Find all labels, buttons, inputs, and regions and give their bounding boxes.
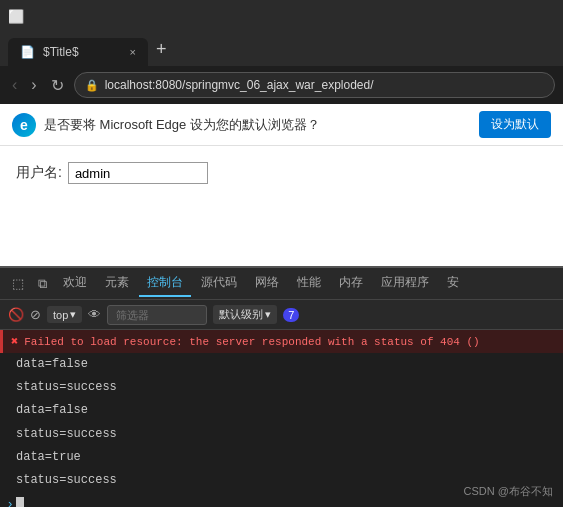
tab-sources[interactable]: 源代码 xyxy=(193,270,245,297)
tab-bar: 📄 $Title$ × + xyxy=(0,32,563,66)
console-line-2: status=success xyxy=(0,376,563,399)
tab-page-icon: 📄 xyxy=(20,45,35,59)
devtools-copy-icon[interactable]: ⧉ xyxy=(32,272,53,296)
set-default-button[interactable]: 设为默认 xyxy=(479,111,551,138)
filter-icon[interactable]: ⊘ xyxy=(30,307,41,322)
context-label: top xyxy=(53,309,68,321)
active-tab[interactable]: 📄 $Title$ × xyxy=(8,38,148,66)
devtools-toolbar: 🚫 ⊘ top ▾ 👁 默认级别 ▾ 7 xyxy=(0,300,563,330)
window-restore[interactable]: ⬜ xyxy=(8,8,24,24)
error-message: Failed to load resource: the server resp… xyxy=(24,336,479,348)
page-content: 用户名: xyxy=(0,146,563,266)
tab-welcome[interactable]: 欢迎 xyxy=(55,270,95,297)
edge-logo-icon: e xyxy=(12,113,36,137)
eye-icon[interactable]: 👁 xyxy=(88,307,101,322)
address-bar[interactable]: 🔒 localhost:8080/springmvc_06_ajax_war_e… xyxy=(74,72,555,98)
console-line-4: status=success xyxy=(0,423,563,446)
tab-title: $Title$ xyxy=(43,45,79,59)
prompt-arrow-icon: › xyxy=(8,496,12,507)
console-line-3: data=false xyxy=(0,399,563,422)
log-level-label: 默认级别 xyxy=(219,307,263,322)
console-error-line: ✖ Failed to load resource: the server re… xyxy=(0,330,563,353)
tab-security[interactable]: 安 xyxy=(439,270,467,297)
username-label: 用户名: xyxy=(16,164,62,182)
console-line-1: data=false xyxy=(0,353,563,376)
title-bar: ⬜ xyxy=(0,0,563,32)
username-input[interactable] xyxy=(68,162,208,184)
tab-memory[interactable]: 内存 xyxy=(331,270,371,297)
refresh-button[interactable]: ↻ xyxy=(47,72,68,99)
url-text: localhost:8080/springmvc_06_ajax_war_exp… xyxy=(105,78,544,92)
tab-close-button[interactable]: × xyxy=(130,46,136,58)
tab-elements[interactable]: 元素 xyxy=(97,270,137,297)
error-icon: ✖ xyxy=(11,334,18,349)
tab-network[interactable]: 网络 xyxy=(247,270,287,297)
devtools-panel: ⬚ ⧉ 欢迎 元素 控制台 源代码 网络 性能 内存 应用程序 安 🚫 ⊘ to… xyxy=(0,266,563,507)
log-level-selector[interactable]: 默认级别 ▾ xyxy=(213,305,277,324)
log-level-chevron: ▾ xyxy=(265,308,271,321)
new-tab-button[interactable]: + xyxy=(148,40,175,58)
cursor xyxy=(16,497,24,507)
username-row: 用户名: xyxy=(16,162,547,184)
tab-console[interactable]: 控制台 xyxy=(139,270,191,297)
clear-console-icon[interactable]: 🚫 xyxy=(8,307,24,322)
context-selector[interactable]: top ▾ xyxy=(47,306,82,323)
edge-banner-text: 是否要将 Microsoft Edge 设为您的默认浏览器？ xyxy=(44,116,471,134)
tab-performance[interactable]: 性能 xyxy=(289,270,329,297)
forward-button[interactable]: › xyxy=(27,72,40,98)
back-button[interactable]: ‹ xyxy=(8,72,21,98)
nav-bar: ‹ › ↻ 🔒 localhost:8080/springmvc_06_ajax… xyxy=(0,66,563,104)
devtools-cursor-icon[interactable]: ⬚ xyxy=(6,272,30,295)
context-chevron: ▾ xyxy=(70,308,76,321)
console-output: ✖ Failed to load resource: the server re… xyxy=(0,330,563,492)
watermark: CSDN @布谷不知 xyxy=(464,484,553,499)
error-count-badge: 7 xyxy=(283,308,299,322)
tab-application[interactable]: 应用程序 xyxy=(373,270,437,297)
edge-default-banner: e 是否要将 Microsoft Edge 设为您的默认浏览器？ 设为默认 xyxy=(0,104,563,146)
console-line-5: data=true xyxy=(0,446,563,469)
filter-input[interactable] xyxy=(107,305,207,325)
devtools-tabs: ⬚ ⧉ 欢迎 元素 控制台 源代码 网络 性能 内存 应用程序 安 xyxy=(0,268,563,300)
lock-icon: 🔒 xyxy=(85,79,99,92)
